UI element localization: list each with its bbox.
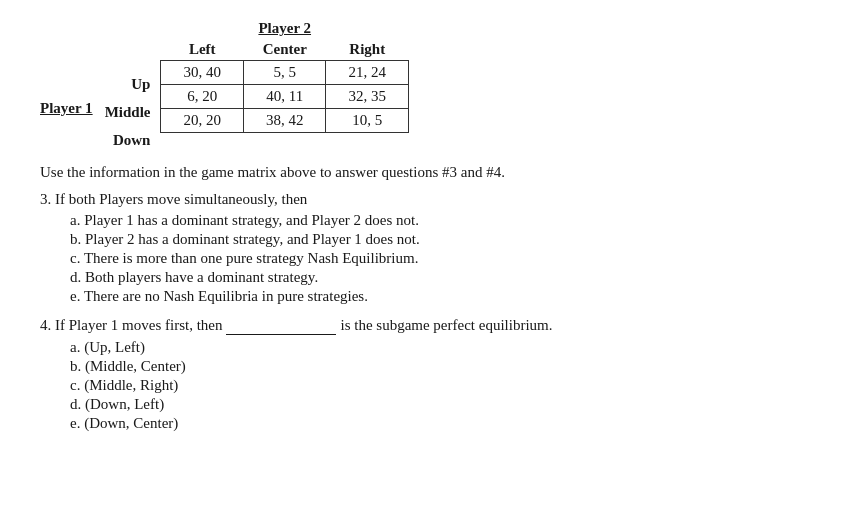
table-header-row: Left Center Right (161, 39, 409, 61)
q3-options: a. Player 1 has a dominant strategy, and… (40, 212, 828, 305)
question-4: 4. If Player 1 moves first, then is the … (40, 317, 828, 432)
q4-option-d: d. (Down, Left) (70, 396, 828, 413)
player1-block: Player 1 (40, 70, 103, 117)
q4-option-a: a. (Up, Left) (70, 339, 828, 356)
table-row: 6, 20 40, 11 32, 35 (161, 85, 409, 109)
cell-2-1: 38, 42 (243, 109, 326, 133)
cell-1-2: 32, 35 (326, 85, 409, 109)
col-header-center: Center (243, 39, 326, 61)
game-table: Left Center Right 30, 40 5, 5 21, 24 6, … (160, 39, 409, 133)
game-matrix-section: Player 1 Up Middle Down Player 2 Left Ce… (40, 20, 828, 154)
q3-option-a: a. Player 1 has a dominant strategy, and… (70, 212, 828, 229)
q3-option-c: c. There is more than one pure strategy … (70, 250, 828, 267)
row-labels-block: Up Middle Down (105, 70, 157, 154)
cell-1-1: 40, 11 (243, 85, 326, 109)
q4-text-line: 4. If Player 1 moves first, then is the … (40, 317, 828, 335)
q4-options: a. (Up, Left) b. (Middle, Center) c. (Mi… (40, 339, 828, 432)
table-row: 30, 40 5, 5 21, 24 (161, 61, 409, 85)
questions-section: Use the information in the game matrix a… (40, 164, 828, 432)
cell-0-2: 21, 24 (326, 61, 409, 85)
row-label-middle: Middle (105, 98, 157, 126)
q3-option-e: e. There are no Nash Equilibria in pure … (70, 288, 828, 305)
question-3: 3. If both Players move simultaneously, … (40, 191, 828, 305)
q3-text: 3. If both Players move simultaneously, … (40, 191, 828, 208)
cell-0-0: 30, 40 (161, 61, 244, 85)
q3-option-b: b. Player 2 has a dominant strategy, and… (70, 231, 828, 248)
row-label-up: Up (105, 70, 157, 98)
cell-2-2: 10, 5 (326, 109, 409, 133)
col-header-left: Left (161, 39, 244, 61)
q4-suffix: is the subgame perfect equilibrium. (340, 317, 552, 334)
q4-blank (226, 317, 336, 335)
q4-prefix: 4. If Player 1 moves first, then (40, 317, 222, 334)
cell-1-0: 6, 20 (161, 85, 244, 109)
use-info-text: Use the information in the game matrix a… (40, 164, 828, 181)
player2-label: Player 2 (258, 20, 311, 37)
cell-2-0: 20, 20 (161, 109, 244, 133)
q4-option-b: b. (Middle, Center) (70, 358, 828, 375)
player1-label: Player 1 (40, 100, 93, 117)
q3-option-d: d. Both players have a dominant strategy… (70, 269, 828, 286)
col-header-right: Right (326, 39, 409, 61)
table-container: Player 2 Left Center Right 30, 40 5, 5 2… (160, 20, 409, 133)
q4-option-e: e. (Down, Center) (70, 415, 828, 432)
row-label-down: Down (105, 126, 157, 154)
cell-0-1: 5, 5 (243, 61, 326, 85)
q4-option-c: c. (Middle, Right) (70, 377, 828, 394)
table-row: 20, 20 38, 42 10, 5 (161, 109, 409, 133)
